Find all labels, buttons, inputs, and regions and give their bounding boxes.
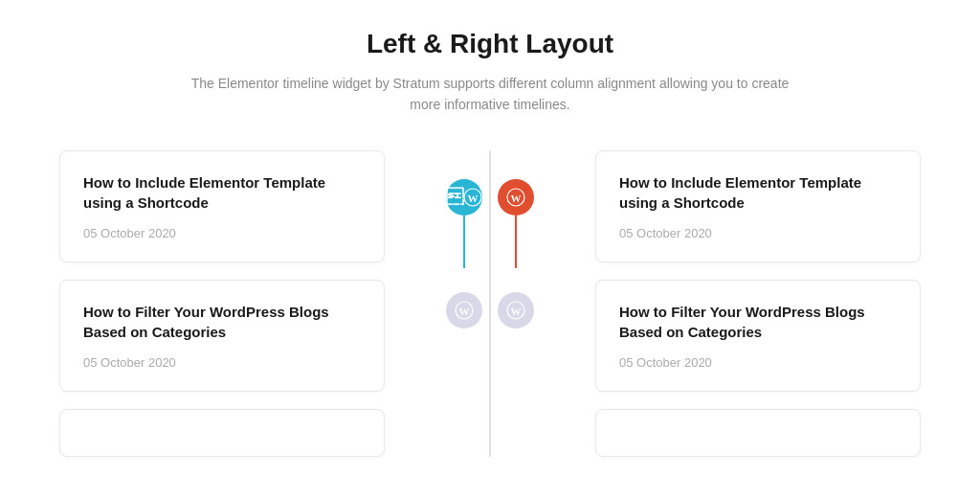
right-column: How to Include Elementor Template using … (538, 150, 921, 457)
icon-circle-gray-2: W (498, 292, 534, 329)
icon-wrapper-left-1:  W (446, 179, 482, 268)
card-right-2-title: How to Filter Your WordPress Blogs Based… (619, 302, 897, 342)
card-right-2: How to Filter Your WordPress Blogs Based… (595, 280, 921, 392)
card-right-3-partial (595, 409, 921, 457)
wp-logo-3: W (455, 301, 474, 320)
icon-row-2: W W (442, 275, 538, 409)
card-right-2-date: 05 October 2020 (619, 355, 897, 370)
card-right-1-date: 05 October 2020 (619, 226, 897, 240)
icon-wrapper-right-2: W (498, 292, 534, 329)
card-right-1: How to Include Elementor Template using … (595, 150, 921, 262)
card-left-1-date: 05 October 2020 (83, 226, 361, 240)
wp-logo-2: W (506, 188, 525, 207)
icon-wrapper-left-2: W (446, 292, 482, 329)
page-title: Left & Right Layout (367, 29, 613, 59)
svg-text:W: W (468, 192, 479, 203)
timeline: How to Include Elementor Template using … (59, 150, 921, 457)
icon-row-1:  W W (442, 150, 538, 275)
timeline-spine:  W W (442, 150, 538, 457)
card-left-2: How to Filter Your WordPress Blogs Based… (59, 280, 385, 392)
svg-text:W: W (511, 305, 522, 316)
left-column: How to Include Elementor Template using … (59, 150, 442, 457)
card-left-1: How to Include Elementor Template using … (59, 150, 385, 262)
card-right-1-title: How to Include Elementor Template using … (619, 172, 897, 213)
icon-circle-gray-1: W (446, 292, 482, 329)
card-left-1-title: How to Include Elementor Template using … (83, 172, 361, 213)
icon-connector-orange-1 (515, 215, 517, 268)
wordpress-icon-1:  (446, 189, 463, 206)
icon-circle-blue-1:  W (446, 179, 482, 215)
page-subtitle: The Elementor timeline widget by Stratum… (174, 73, 806, 116)
card-left-3-partial (59, 409, 385, 457)
wp-logo-4: W (506, 301, 525, 320)
card-left-2-date: 05 October 2020 (83, 355, 361, 370)
svg-text:W: W (511, 192, 522, 203)
card-left-2-title: How to Filter Your WordPress Blogs Based… (83, 302, 361, 342)
wp-logo-1: W (463, 188, 482, 207)
svg-text:W: W (459, 305, 470, 316)
icon-circle-orange-1: W (498, 179, 534, 215)
icon-wrapper-right-1: W (498, 179, 534, 268)
icon-connector-blue-1 (463, 215, 465, 268)
